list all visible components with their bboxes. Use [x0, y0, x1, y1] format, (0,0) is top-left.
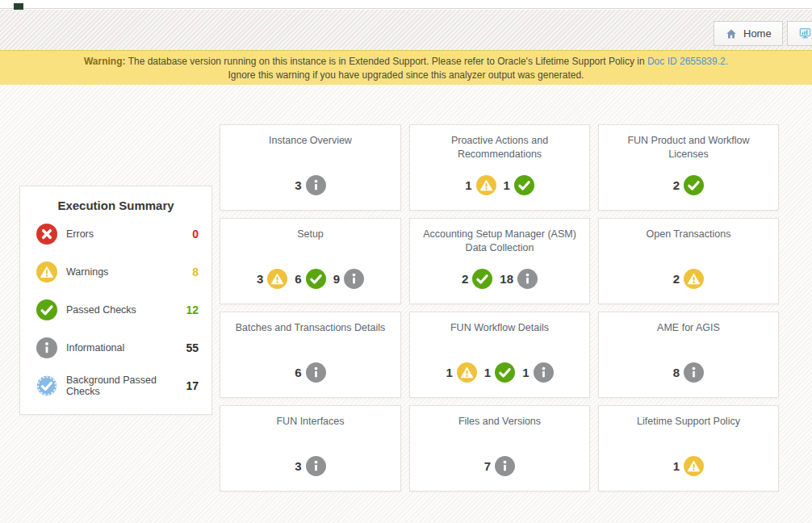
card-ame-for-agis[interactable]: AME for AGIS8: [598, 312, 779, 398]
card-files-and-versions[interactable]: Files and Versions7: [409, 405, 590, 492]
execution-summary-title: Execution Summary: [20, 186, 211, 212]
count-value: 3: [295, 178, 301, 192]
card-title: FUN Workflow Details: [410, 312, 589, 335]
count-value: 7: [484, 459, 491, 473]
home-icon: [725, 27, 738, 40]
summary-item-value: 0: [192, 228, 199, 241]
count-value: 2: [462, 272, 468, 286]
card-counts: 369: [220, 269, 400, 289]
check-icon: [495, 362, 515, 383]
card-counts: 1: [599, 456, 778, 476]
warning-icon: [267, 269, 287, 289]
count-group: 3: [295, 456, 325, 476]
count-value: 2: [673, 178, 680, 192]
warning-text: The database version running on this ins…: [126, 56, 647, 67]
info-icon: [684, 362, 704, 383]
count-group: 8: [673, 362, 704, 383]
count-group: 3: [257, 269, 287, 289]
summary-item-label: Warnings: [66, 266, 192, 278]
count-group: 1: [484, 362, 515, 383]
count-value: 1: [465, 178, 471, 192]
info-icon: [495, 456, 515, 476]
summary-item-value: 17: [186, 379, 199, 392]
summary-item-passed-checks[interactable]: Passed Checks12: [20, 291, 211, 328]
card-counts: 3: [220, 175, 400, 195]
card-counts: 218: [410, 269, 589, 289]
top-strip: [0, 0, 812, 9]
doc-id-link[interactable]: Doc ID 2655839.2.: [647, 56, 728, 67]
summary-item-label: Informational: [66, 342, 186, 354]
card-instance-overview[interactable]: Instance Overview3: [220, 124, 401, 211]
count-value: 1: [484, 366, 491, 379]
summary-item-informational[interactable]: Informational55: [20, 328, 211, 366]
card-title: FUN Product and Workflow Licenses: [599, 125, 778, 161]
summary-item-background-passed-checks[interactable]: Background Passed Checks17: [20, 366, 211, 404]
count-value: 9: [333, 272, 340, 286]
summary-item-label: Background Passed Checks: [66, 374, 186, 397]
count-value: 2: [673, 272, 680, 286]
check-icon: [684, 175, 704, 195]
info-icon: [306, 175, 326, 195]
card-accounting-setup-manager-asm-data-collection[interactable]: Accounting Setup Manager (ASM) Data Coll…: [409, 218, 590, 304]
warning-icon: [684, 269, 704, 289]
card-counts: 3: [220, 456, 400, 476]
warning-banner: Warning: The database version running on…: [0, 50, 812, 85]
warning-banner-line2: Ignore this warning if you have upgraded…: [0, 69, 812, 82]
summary-item-errors[interactable]: Errors0: [20, 215, 211, 253]
card-title: Open Transactions: [599, 219, 778, 241]
card-counts: 7: [410, 456, 589, 476]
card-fun-workflow-details[interactable]: FUN Workflow Details111: [409, 312, 590, 398]
card-setup[interactable]: Setup369: [220, 218, 401, 304]
info-icon: [517, 269, 538, 289]
card-title: Files and Versions: [410, 406, 589, 429]
check-icon: [514, 175, 534, 195]
count-value: 8: [673, 366, 680, 379]
page: Home Exec Warning: The database version …: [0, 0, 812, 523]
count-group: 1: [673, 456, 704, 476]
card-counts: 111: [410, 362, 589, 383]
summary-item-label: Passed Checks: [66, 304, 186, 316]
count-value: 1: [522, 366, 529, 379]
cards-grid: Instance Overview3Proactive Actions and …: [220, 124, 779, 492]
info-icon: [306, 362, 326, 383]
summary-item-value: 55: [186, 341, 199, 354]
toolbar-buttons: Home Exec: [714, 21, 812, 46]
error-icon: [36, 224, 57, 245]
card-counts: 6: [220, 362, 400, 383]
count-value: 1: [504, 178, 510, 192]
card-fun-interfaces[interactable]: FUN Interfaces3: [220, 405, 401, 492]
execution-button[interactable]: Exec: [787, 21, 812, 46]
warning-icon: [684, 456, 704, 476]
check-icon: [306, 269, 326, 289]
summary-item-label: Errors: [66, 228, 192, 240]
card-counts: 2: [599, 269, 778, 289]
card-open-transactions[interactable]: Open Transactions2: [598, 218, 779, 304]
execution-icon: [798, 27, 812, 40]
count-value: 3: [257, 272, 263, 286]
home-button[interactable]: Home: [714, 21, 783, 46]
warning-icon: [457, 362, 477, 383]
count-value: 6: [295, 366, 301, 379]
count-group: 1: [446, 362, 476, 383]
summary-list: Errors0Warnings8Passed Checks12Informati…: [20, 215, 211, 404]
card-lifetime-support-policy[interactable]: Lifetime Support Policy1: [598, 405, 779, 492]
info-icon: [344, 269, 364, 289]
card-title: Instance Overview: [220, 125, 400, 148]
card-batches-and-transactions-details[interactable]: Batches and Transactions Details6: [220, 312, 401, 398]
execution-summary-panel: Execution Summary Errors0Warnings8Passed…: [19, 186, 212, 415]
card-counts: 2: [599, 175, 778, 195]
card-proactive-actions-and-recommendations[interactable]: Proactive Actions and Recommendations11: [409, 124, 590, 211]
check-icon: [36, 299, 57, 320]
summary-item-value: 8: [192, 266, 199, 278]
count-value: 1: [446, 366, 452, 379]
count-group: 2: [673, 269, 704, 289]
card-fun-product-and-workflow-licenses[interactable]: FUN Product and Workflow Licenses2: [598, 124, 779, 211]
card-title: AME for AGIS: [599, 312, 778, 335]
card-title: Accounting Setup Manager (ASM) Data Coll…: [410, 219, 589, 255]
summary-item-warnings[interactable]: Warnings8: [20, 253, 211, 291]
warning-banner-line1: Warning: The database version running on…: [0, 55, 812, 69]
info-icon: [36, 337, 57, 358]
warning-label: Warning:: [84, 56, 126, 67]
info-icon: [534, 362, 554, 383]
card-title: Lifetime Support Policy: [599, 406, 778, 429]
